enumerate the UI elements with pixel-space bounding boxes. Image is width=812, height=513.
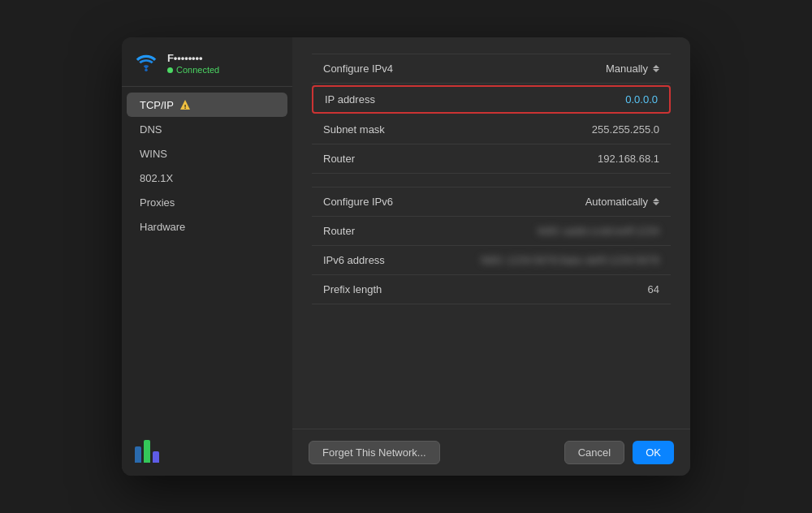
tcp-ip-label: TCP/IP: [140, 99, 174, 111]
configure-ipv4-label: Configure IPv4: [323, 63, 393, 75]
bar-2: [144, 440, 150, 463]
prefix-length-row: Prefix length 64: [312, 275, 671, 304]
router-ipv6-value: fe80::aabb:ccdd:eeff:1234: [538, 225, 659, 237]
wins-label: WINS: [140, 148, 167, 160]
prefix-length-value: 64: [648, 283, 659, 295]
configure-ipv4-control[interactable]: Manually: [606, 63, 659, 75]
ipv6-address-row: IPv6 address fd60::1234:5678:9abc:def0:1…: [312, 246, 671, 275]
sidebar-item-dns[interactable]: DNS: [127, 118, 287, 141]
bar-1: [135, 446, 141, 463]
ip-address-label: IP address: [325, 93, 375, 106]
8021x-label: 802.1X: [140, 172, 173, 184]
subnet-mask-row: Subnet mask 255.255.255.0: [312, 115, 671, 144]
ok-button[interactable]: OK: [633, 441, 674, 464]
ipv6-address-label: IPv6 address: [323, 254, 385, 266]
sidebar: F•••••••• Connected TCP/IP ! DNS: [122, 37, 292, 476]
dns-label: DNS: [140, 123, 162, 136]
forget-network-button[interactable]: Forget This Network...: [309, 441, 440, 464]
sidebar-item-hardware[interactable]: Hardware: [127, 215, 287, 239]
prefix-length-label: Prefix length: [323, 283, 382, 295]
proxies-label: Proxies: [140, 196, 175, 209]
configure-ipv6-control[interactable]: Automatically: [585, 196, 659, 208]
content: Configure IPv4 Manually IP address 0.0.0…: [292, 37, 690, 476]
router-ipv4-label: Router: [323, 153, 355, 165]
network-name: F••••••••: [167, 52, 219, 64]
ip-address-row[interactable]: IP address 0.0.0.0: [312, 85, 671, 114]
warning-icon: !: [179, 98, 192, 111]
ipv6-section: Configure IPv6 Automatically Router fe80…: [312, 187, 671, 304]
bar-3: [153, 451, 159, 463]
subnet-mask-label: Subnet mask: [323, 123, 385, 136]
content-body: Configure IPv4 Manually IP address 0.0.0…: [292, 37, 690, 429]
sidebar-item-tcp-ip[interactable]: TCP/IP !: [127, 93, 287, 117]
sidebar-item-proxies[interactable]: Proxies: [127, 191, 287, 214]
svg-text:!: !: [184, 103, 187, 110]
status-label: Connected: [176, 65, 219, 75]
svg-point-0: [145, 68, 148, 71]
router-ipv4-value: 192.168.68.1: [598, 153, 659, 165]
stepper-icon-ipv6: [653, 198, 659, 205]
stepper-up: [653, 65, 659, 68]
router-ipv6-row: Router fe80::aabb:ccdd:eeff:1234: [312, 217, 671, 246]
status-dot: [167, 67, 173, 73]
sidebar-bottom: [122, 427, 292, 476]
cancel-button[interactable]: Cancel: [564, 441, 624, 464]
configure-ipv6-value: Automatically: [585, 196, 648, 208]
network-info: F•••••••• Connected: [167, 52, 219, 75]
router-ipv6-label: Router: [323, 225, 355, 237]
configure-ipv4-value: Manually: [606, 63, 648, 75]
footer: Forget This Network... Cancel OK: [292, 429, 690, 476]
configure-ipv4-row: Configure IPv4 Manually: [312, 54, 671, 84]
subnet-mask-value: 255.255.255.0: [592, 123, 659, 136]
wifi-icon: [133, 50, 159, 76]
configure-ipv6-row: Configure IPv6 Automatically: [312, 187, 671, 217]
stepper-down: [653, 69, 659, 72]
configure-ipv6-label: Configure IPv6: [323, 196, 393, 208]
app-icon: [135, 440, 159, 463]
dialog: F•••••••• Connected TCP/IP ! DNS: [122, 37, 690, 476]
network-header: F•••••••• Connected: [122, 37, 292, 87]
sidebar-item-wins[interactable]: WINS: [127, 142, 287, 166]
footer-right-buttons: Cancel OK: [564, 441, 674, 464]
ipv4-section: Configure IPv4 Manually IP address 0.0.0…: [312, 54, 671, 174]
stepper-up-ipv6: [653, 198, 659, 201]
sidebar-item-8021x[interactable]: 802.1X: [127, 166, 287, 190]
hardware-label: Hardware: [140, 221, 185, 233]
ip-address-value[interactable]: 0.0.0.0: [625, 93, 658, 106]
router-ipv4-row: Router 192.168.68.1: [312, 144, 671, 174]
stepper-down-ipv6: [653, 202, 659, 205]
stepper-icon: [653, 65, 659, 72]
network-status: Connected: [167, 65, 219, 75]
sidebar-nav: TCP/IP ! DNS WINS 802.1X Proxies: [122, 87, 292, 427]
ipv6-address-value: fd60::1234:5678:9abc:def0:1234:5678: [481, 254, 659, 266]
